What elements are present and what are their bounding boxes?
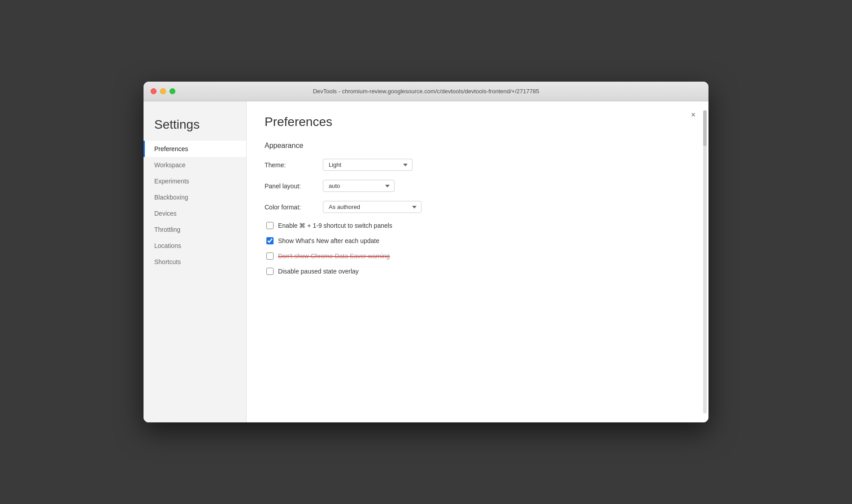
sidebar: Settings Preferences Workspace Experimen… <box>143 101 247 422</box>
theme-row: Theme: Light Dark System preference <box>265 159 691 171</box>
sidebar-heading: Settings <box>143 110 246 141</box>
appearance-section: Appearance Theme: Light Dark System pref… <box>265 140 691 275</box>
theme-select[interactable]: Light Dark System preference <box>323 159 413 171</box>
title-bar: DevTools - chromium-review.googlesource.… <box>143 82 709 101</box>
data-saver-label: Don't show Chrome Data Saver warning <box>278 252 390 260</box>
scrollbar-thumb[interactable] <box>703 110 707 146</box>
sidebar-nav: Preferences Workspace Experiments Blackb… <box>143 141 246 270</box>
sidebar-item-throttling[interactable]: Throttling <box>143 222 246 238</box>
paused-state-row: Disable paused state overlay <box>265 268 691 275</box>
sidebar-item-devices[interactable]: Devices <box>143 205 246 222</box>
main-content: × Preferences Appearance Theme: Light Da… <box>247 101 709 422</box>
sidebar-item-locations[interactable]: Locations <box>143 238 246 254</box>
whats-new-checkbox[interactable] <box>266 237 274 244</box>
page-title: Preferences <box>265 115 691 129</box>
color-format-row: Color format: As authored HEX RGB HSL <box>265 201 691 213</box>
mac-window: DevTools - chromium-review.googlesource.… <box>143 82 709 422</box>
sidebar-item-shortcuts[interactable]: Shortcuts <box>143 254 246 270</box>
traffic-lights <box>151 88 175 94</box>
theme-label: Theme: <box>265 161 323 169</box>
color-format-label: Color format: <box>265 204 323 211</box>
whats-new-label: Show What's New after each update <box>278 237 379 244</box>
maximize-traffic-light[interactable] <box>170 88 175 94</box>
data-saver-row: Don't show Chrome Data Saver warning <box>265 252 691 260</box>
window-title: DevTools - chromium-review.googlesource.… <box>313 88 539 95</box>
minimize-traffic-light[interactable] <box>160 88 166 94</box>
sidebar-item-workspace[interactable]: Workspace <box>143 157 246 173</box>
panel-layout-row: Panel layout: auto horizontal vertical <box>265 180 691 192</box>
shortcut-switch-row: Enable ⌘ + 1-9 shortcut to switch panels <box>265 222 691 229</box>
close-button[interactable]: × <box>689 110 698 119</box>
color-format-select[interactable]: As authored HEX RGB HSL <box>323 201 422 213</box>
shortcut-switch-checkbox[interactable] <box>266 222 274 229</box>
data-saver-checkbox[interactable] <box>266 252 274 260</box>
scrollbar[interactable] <box>703 110 707 413</box>
sidebar-item-blackboxing[interactable]: Blackboxing <box>143 189 246 205</box>
sidebar-item-preferences[interactable]: Preferences <box>143 141 246 157</box>
whats-new-row: Show What's New after each update <box>265 237 691 244</box>
close-traffic-light[interactable] <box>151 88 156 94</box>
paused-state-checkbox[interactable] <box>266 268 274 275</box>
window-content: Settings Preferences Workspace Experimen… <box>143 101 709 422</box>
panel-layout-select[interactable]: auto horizontal vertical <box>323 180 395 192</box>
paused-state-label: Disable paused state overlay <box>278 268 359 275</box>
sidebar-item-experiments[interactable]: Experiments <box>143 173 246 189</box>
shortcut-switch-label: Enable ⌘ + 1-9 shortcut to switch panels <box>278 222 392 229</box>
panel-layout-label: Panel layout: <box>265 182 323 190</box>
appearance-heading: Appearance <box>265 142 691 150</box>
